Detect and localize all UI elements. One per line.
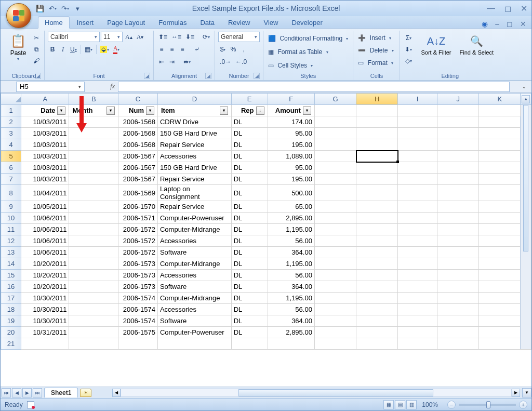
cell-C18[interactable]: 2006-1574 <box>118 304 157 315</box>
cell-K10[interactable] <box>479 213 521 224</box>
cell-I17[interactable] <box>398 293 437 304</box>
cell-D9[interactable]: Repair Service <box>157 201 231 213</box>
cell-J4[interactable] <box>437 139 479 151</box>
cell-E18[interactable]: DL <box>231 304 268 315</box>
row-header-5[interactable]: 5 <box>1 151 21 162</box>
cell-I2[interactable] <box>398 116 437 128</box>
cell-I10[interactable] <box>398 213 437 224</box>
cell-A2[interactable]: 10/03/2011 <box>21 116 69 128</box>
cell-D11[interactable]: Computer-Midrange <box>157 224 231 235</box>
accounting-format-icon[interactable]: $▾ <box>218 44 228 55</box>
tab-scroll-prev[interactable]: ◀ <box>12 388 21 397</box>
cell-J21[interactable] <box>437 338 479 350</box>
clear-icon[interactable]: ◇▾ <box>403 56 414 66</box>
cell-J11[interactable] <box>437 224 479 235</box>
vscroll-up-cell[interactable]: ▲ <box>521 94 531 105</box>
cell-I3[interactable] <box>398 128 437 139</box>
cell-C20[interactable]: 2006-1575 <box>118 327 157 338</box>
cell-D16[interactable]: Software <box>157 281 231 293</box>
cell-D8[interactable]: Laptop on Consignment <box>157 185 231 201</box>
cell-F9[interactable]: 65.00 <box>268 201 314 213</box>
cell-J18[interactable] <box>437 304 479 315</box>
insert-function-button[interactable]: fx <box>87 83 118 90</box>
orientation-icon[interactable]: ⟳▾ <box>201 32 211 42</box>
cell-D3[interactable]: 150 GB Hard Drive <box>157 128 231 139</box>
cell-C21[interactable] <box>118 338 157 350</box>
cell-F2[interactable]: 174.00 <box>268 116 314 128</box>
col-header-F[interactable]: F <box>268 94 314 105</box>
cell-G7[interactable] <box>314 174 356 185</box>
cell-A17[interactable]: 10/30/2011 <box>21 293 69 304</box>
format-as-table-button[interactable]: ▦ Format as Table ▾ <box>267 46 330 58</box>
cell-F12[interactable]: 56.00 <box>268 235 314 247</box>
ribbon-tab-data[interactable]: Data <box>194 17 220 28</box>
cell-J20[interactable] <box>437 327 479 338</box>
cell-D17[interactable]: Computer-Midrange <box>157 293 231 304</box>
cell-D1[interactable]: Item▾ <box>157 105 231 116</box>
number-dialog-launcher[interactable]: ◢ <box>254 73 260 79</box>
ribbon-tab-view[interactable]: View <box>258 17 285 28</box>
row-header-14[interactable]: 14 <box>1 258 21 270</box>
cell-B20[interactable] <box>69 327 118 338</box>
cell-D4[interactable]: Repair Service <box>157 139 231 151</box>
cell-H18[interactable] <box>356 304 398 315</box>
cell-I14[interactable] <box>398 258 437 270</box>
cell-E11[interactable]: DL <box>231 224 268 235</box>
cell-K17[interactable] <box>479 293 521 304</box>
cell-G18[interactable] <box>314 304 356 315</box>
cell-B16[interactable] <box>69 281 118 293</box>
cell-K19[interactable] <box>479 315 521 327</box>
cell-D20[interactable]: Computer-Poweruser <box>157 327 231 338</box>
col-header-C[interactable]: C <box>118 94 157 105</box>
cell-H16[interactable] <box>356 281 398 293</box>
cell-K16[interactable] <box>479 281 521 293</box>
cell-A9[interactable]: 10/05/2011 <box>21 201 69 213</box>
cell-A7[interactable]: 10/03/2011 <box>21 174 69 185</box>
ribbon-tab-formulas[interactable]: Formulas <box>152 17 193 28</box>
merge-center-icon[interactable]: ⬌▾ <box>182 57 192 67</box>
percent-format-icon[interactable]: % <box>229 44 238 55</box>
cell-F5[interactable]: 1,089.00 <box>268 151 314 162</box>
cell-E3[interactable]: DL <box>231 128 268 139</box>
cell-B9[interactable] <box>69 201 118 213</box>
cell-D10[interactable]: Computer-Poweruser <box>157 213 231 224</box>
increase-indent-icon[interactable]: ⇥ <box>167 57 177 67</box>
cell-E17[interactable]: DL <box>231 293 268 304</box>
cell-C15[interactable]: 2006-1573 <box>118 270 157 281</box>
cell-D14[interactable]: Computer-Midrange <box>157 258 231 270</box>
cell-F6[interactable]: 95.00 <box>268 162 314 174</box>
cell-C1[interactable]: Num▾ <box>118 105 157 116</box>
wrap-text-icon[interactable]: ⤶ <box>192 44 202 55</box>
cell-D6[interactable]: 150 GB Hard Drive <box>157 162 231 174</box>
ribbon-tab-page-layout[interactable]: Page Layout <box>101 17 151 28</box>
cell-C2[interactable]: 2006-1568 <box>118 116 157 128</box>
cell-G19[interactable] <box>314 315 356 327</box>
cell-F4[interactable]: 195.00 <box>268 139 314 151</box>
row-header-20[interactable]: 20 <box>1 327 21 338</box>
cell-J14[interactable] <box>437 258 479 270</box>
cell-G17[interactable] <box>314 293 356 304</box>
cell-G5[interactable] <box>314 151 356 162</box>
row-header-1[interactable]: 1 <box>1 105 21 116</box>
ribbon-tab-home[interactable]: Home <box>38 16 70 29</box>
cell-J17[interactable] <box>437 293 479 304</box>
cell-B14[interactable] <box>69 258 118 270</box>
cell-F8[interactable]: 500.00 <box>268 185 314 201</box>
filter-button-D[interactable]: ▾ <box>220 107 228 115</box>
cell-B2[interactable] <box>69 116 118 128</box>
cell-H8[interactable] <box>356 185 398 201</box>
cell-B15[interactable] <box>69 270 118 281</box>
cell-C10[interactable]: 2006-1571 <box>118 213 157 224</box>
cell-G1[interactable] <box>314 105 356 116</box>
cell-A13[interactable]: 10/06/2011 <box>21 247 69 258</box>
cell-A8[interactable]: 10/04/2011 <box>21 185 69 201</box>
cell-I1[interactable] <box>398 105 437 116</box>
cell-A14[interactable]: 10/20/2011 <box>21 258 69 270</box>
hscroll-left-icon[interactable]: ◀ <box>112 389 121 397</box>
cell-H5[interactable] <box>356 151 398 162</box>
underline-button[interactable]: U▾ <box>69 44 78 55</box>
cell-A18[interactable]: 10/30/2011 <box>21 304 69 315</box>
cell-H17[interactable] <box>356 293 398 304</box>
format-cells-button[interactable]: ▭ Format ▾ <box>356 58 395 68</box>
cell-I20[interactable] <box>398 327 437 338</box>
